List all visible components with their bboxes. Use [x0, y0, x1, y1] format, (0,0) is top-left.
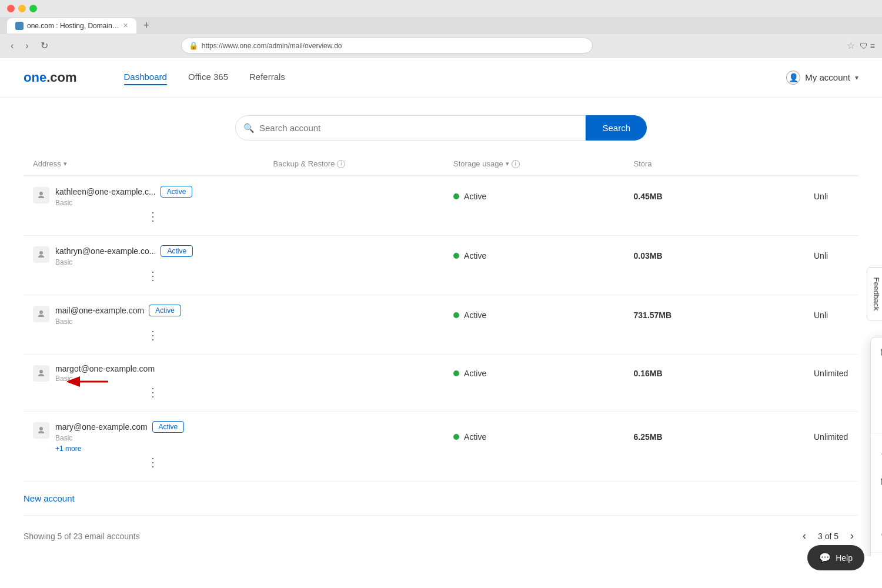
status-indicator [453, 370, 459, 376]
new-account-button[interactable]: New account [24, 493, 75, 503]
context-menu: Go to Webmail Change password → Forwards… [870, 337, 882, 556]
account-cell: mary@one-example.com Active Basic +1 mor… [33, 421, 273, 453]
nav-referrals[interactable]: Referrals [249, 69, 285, 85]
reload-button[interactable]: ↻ [37, 39, 52, 52]
ctx-activate-premium[interactable]: Activate Premium Mail [871, 466, 882, 497]
storage-used: 0.03MB [634, 251, 814, 260]
status-label: Active [464, 251, 486, 260]
status-cell: Active [453, 192, 633, 201]
search-input[interactable] [235, 115, 586, 141]
row-more-button[interactable]: ⋮ [33, 266, 273, 285]
footer: Showing 5 of 23 email accounts ‹ 3 of 5 … [0, 516, 882, 556]
storage-used: 731.57MB [634, 310, 814, 320]
status-cell: Active [453, 369, 633, 378]
account-info: mail@one-example.com Active Basic [55, 305, 181, 326]
row-more-button[interactable]: ⋮ [33, 453, 273, 472]
more-tags-link[interactable]: +1 more [55, 445, 184, 453]
account-cell: margot@one-example.com Basic [33, 364, 273, 383]
showing-count: Showing 5 of 23 email accounts [24, 532, 140, 541]
app-container: one.com Dashboard Office 365 Referrals 👤… [0, 58, 882, 556]
nav-dashboard[interactable]: Dashboard [124, 69, 167, 85]
status-indicator [453, 434, 459, 440]
logo-one: one [24, 70, 46, 85]
url-bar[interactable]: 🔒 https://www.one.com/admin/mail/overvie… [181, 38, 593, 54]
new-account-section: New account [0, 482, 882, 503]
account-info: kathleen@one-example.c... Active Basic [55, 186, 192, 207]
next-page-button[interactable]: › [846, 527, 858, 544]
ctx-change-password[interactable]: Change password [871, 363, 882, 386]
status-label: Active [464, 192, 486, 201]
active-tag: Active [152, 421, 185, 433]
row-more-button[interactable]: ⋮ [33, 207, 273, 226]
account-type-icon [33, 306, 49, 322]
search-input-wrap: 🔍 [235, 115, 586, 141]
help-icon: 💬 [819, 552, 831, 556]
status-cell: Active [453, 310, 633, 320]
account-plan: Basic [55, 199, 192, 207]
info-icon-2: i [512, 160, 520, 168]
browser-tab[interactable]: one.com : Hosting, Domain, Em... ✕ [7, 18, 136, 34]
search-container: 🔍 Search [235, 115, 647, 141]
help-button[interactable]: 💬 Help [807, 545, 864, 556]
col-storage-limit-label: Stora [634, 159, 652, 168]
status-label: Active [464, 369, 486, 378]
tab-title: one.com : Hosting, Domain, Em... [27, 22, 119, 30]
active-tag: Active [161, 186, 193, 198]
active-tag: Active [149, 305, 181, 316]
col-storage-limit: Stora [634, 159, 814, 168]
storage-limit: Unli [814, 310, 849, 320]
row-more-button[interactable]: ⋮ [33, 383, 273, 402]
chevron-down-icon: ▾ [855, 74, 858, 82]
bookmark-button[interactable]: ☆ [847, 40, 855, 51]
tab-close-button[interactable]: ✕ [123, 22, 128, 29]
storage-used: 6.25MB [634, 432, 814, 442]
ctx-activate-account[interactable]: Activate account [871, 436, 882, 466]
account-info: mary@one-example.com Active Basic +1 mor… [55, 421, 184, 453]
address-bar: ‹ › ↻ 🔒 https://www.one.com/admin/mail/o… [0, 34, 882, 57]
menu-button[interactable]: ≡ [870, 41, 875, 51]
col-storage-usage-label: Storage usage [453, 159, 503, 168]
ctx-activate-sanebox[interactable]: ▼ Activate sanebox [871, 497, 882, 519]
email-address: mail@one-example.com [55, 306, 144, 315]
status-label: Active [464, 432, 486, 442]
status-cell: Active [453, 432, 633, 442]
ctx-deactivate-spam[interactable]: Deactivate spam filter [871, 519, 882, 550]
prev-page-button[interactable]: ‹ [798, 527, 811, 544]
ctx-go-to-webmail[interactable]: Go to Webmail [871, 341, 882, 363]
col-backup: Backup & Restore i [273, 159, 453, 168]
email-address: margot@one-example.com [55, 364, 155, 373]
row-more-button[interactable]: ⋮ [33, 326, 273, 345]
search-button[interactable]: Search [586, 115, 647, 141]
shield-icon[interactable]: 🛡 [860, 41, 868, 51]
ctx-auto-reply[interactable]: ↩ Auto-reply [871, 408, 882, 430]
maximize-button[interactable] [29, 5, 37, 12]
search-section: 🔍 Search [0, 98, 882, 152]
col-address[interactable]: Address ▾ [33, 159, 273, 168]
minimize-button[interactable] [18, 5, 26, 12]
tab-bar: one.com : Hosting, Domain, Em... ✕ + [0, 17, 882, 34]
nav-office365[interactable]: Office 365 [188, 69, 228, 85]
forward-button[interactable]: › [22, 39, 32, 52]
status-label: Active [464, 310, 486, 320]
active-tag: Active [161, 245, 193, 257]
new-tab-button[interactable]: + [139, 17, 155, 34]
logo-com: com [50, 70, 76, 85]
col-backup-label: Backup & Restore [273, 159, 335, 168]
ctx-forwards[interactable]: → Forwards [871, 386, 882, 408]
col-storage-usage[interactable]: Storage usage ▾ i [453, 159, 633, 168]
account-plan: Basic [55, 434, 184, 442]
feedback-tab[interactable]: Feedback [867, 267, 882, 320]
table-row: kathleen@one-example.c... Active Basic A… [24, 176, 858, 236]
sort-icon: ▾ [64, 160, 67, 168]
close-button[interactable] [7, 5, 15, 12]
page-info: 3 of 5 [818, 532, 838, 541]
table-row-margot: margot@one-example.com Basic [24, 355, 858, 412]
status-cell: Active [453, 251, 633, 260]
back-button[interactable]: ‹ [7, 39, 17, 52]
logo: one.com [24, 70, 77, 85]
table-header: Address ▾ Backup & Restore i Storage usa… [24, 152, 858, 176]
my-account-button[interactable]: 👤 My account ▾ [786, 71, 858, 85]
ctx-backup-restore[interactable]: ↻ Go to Backup & Restore [871, 555, 882, 556]
feedback-label: Feedback [872, 277, 881, 310]
table-row: mail@one-example.com Active Basic Active… [24, 295, 858, 355]
